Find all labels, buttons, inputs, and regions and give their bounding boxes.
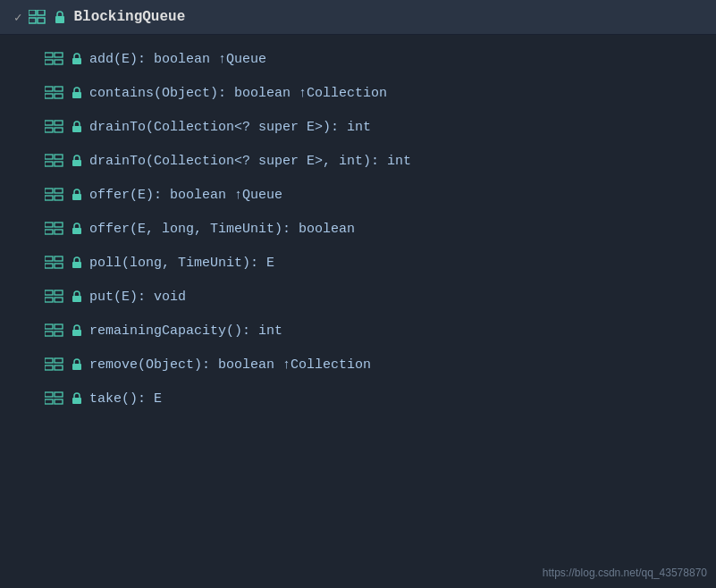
svg-rect-57 [45, 399, 53, 404]
svg-rect-22 [45, 162, 53, 166]
lock-icon-7 [72, 290, 82, 303]
method-text-9: remove(Object): boolean ↑Collection [89, 357, 371, 373]
svg-rect-16 [55, 121, 63, 125]
method-icon-9 [45, 357, 64, 372]
svg-rect-24 [72, 160, 81, 166]
method-item-0[interactable]: add(E): boolean ↑Queue [0, 42, 716, 76]
svg-rect-29 [72, 194, 81, 200]
method-item-5[interactable]: offer(E, long, TimeUnit): boolean [0, 212, 716, 246]
svg-rect-5 [45, 53, 53, 57]
svg-rect-31 [55, 223, 63, 227]
svg-rect-45 [45, 324, 53, 329]
svg-rect-52 [45, 365, 53, 370]
method-icon-6 [45, 256, 64, 270]
method-item-10[interactable]: take(): E [0, 382, 716, 416]
method-text-0: add(E): boolean ↑Queue [89, 52, 266, 67]
svg-rect-9 [72, 58, 81, 64]
method-item-8[interactable]: remainingCapacity(): int [0, 314, 716, 348]
method-text-4: offer(E): boolean ↑Queue [89, 188, 282, 203]
svg-rect-30 [45, 223, 53, 227]
svg-rect-48 [55, 332, 63, 336]
method-list: add(E): boolean ↑Queue contains(Object):… [0, 35, 716, 423]
method-item-4[interactable]: offer(E): boolean ↑Queue [0, 178, 716, 212]
svg-rect-2 [29, 18, 36, 23]
header: ✓ BlockingQueue [0, 0, 716, 35]
svg-rect-41 [55, 290, 63, 295]
chevron-icon: ✓ [14, 10, 21, 25]
app-container: ✓ BlockingQueue [0, 0, 716, 588]
class-icon [29, 10, 46, 24]
header-title: BlockingQueue [73, 9, 185, 25]
lock-icon-6 [72, 256, 82, 269]
svg-rect-3 [38, 18, 45, 23]
svg-rect-35 [45, 256, 53, 261]
svg-rect-6 [55, 53, 63, 57]
svg-rect-50 [45, 358, 53, 363]
lock-icon-8 [72, 324, 82, 337]
lock-icon-10 [72, 392, 82, 405]
svg-rect-8 [55, 60, 63, 64]
svg-rect-1 [38, 10, 45, 15]
lock-icon-9 [72, 358, 82, 371]
svg-rect-7 [45, 60, 53, 64]
method-icon-7 [45, 290, 64, 304]
svg-rect-59 [72, 398, 81, 404]
svg-rect-36 [55, 256, 63, 261]
svg-rect-27 [45, 196, 53, 200]
method-item-3[interactable]: drainTo(Collection<? super E>, int): int [0, 144, 716, 178]
method-icon-1 [45, 86, 64, 100]
svg-rect-53 [55, 365, 63, 370]
method-text-7: put(E): void [89, 290, 186, 305]
method-item-2[interactable]: drainTo(Collection<? super E>): int [0, 110, 716, 144]
method-item-9[interactable]: remove(Object): boolean ↑Collection [0, 348, 716, 382]
svg-rect-26 [55, 189, 63, 193]
method-text-1: contains(Object): boolean ↑Collection [89, 86, 387, 101]
lock-icon-5 [72, 223, 82, 235]
svg-rect-51 [55, 358, 63, 363]
svg-rect-44 [72, 296, 81, 302]
watermark: https://blog.csdn.net/qq_43578870 [543, 567, 707, 579]
method-icon-5 [45, 222, 64, 236]
svg-rect-47 [45, 332, 53, 336]
method-text-5: offer(E, long, TimeUnit): boolean [89, 222, 355, 237]
svg-rect-56 [55, 392, 63, 397]
method-icon-2 [45, 120, 64, 134]
svg-rect-32 [45, 230, 53, 234]
svg-rect-38 [55, 264, 63, 268]
svg-rect-11 [55, 87, 63, 91]
svg-rect-33 [55, 230, 63, 234]
svg-rect-0 [29, 10, 36, 15]
lock-icon-1 [72, 87, 82, 99]
svg-rect-34 [72, 228, 81, 234]
svg-rect-17 [45, 128, 53, 132]
svg-rect-25 [45, 189, 53, 193]
method-item-1[interactable]: contains(Object): boolean ↑Collection [0, 76, 716, 110]
method-icon-8 [45, 323, 64, 338]
svg-rect-58 [55, 399, 63, 404]
method-item-7[interactable]: put(E): void [0, 280, 716, 314]
svg-rect-46 [55, 324, 63, 329]
svg-rect-49 [72, 330, 81, 336]
method-icon-4 [45, 188, 64, 202]
method-text-10: take(): E [89, 391, 162, 407]
method-text-6: poll(long, TimeUnit): E [89, 256, 274, 271]
svg-rect-42 [45, 298, 53, 302]
lock-icon-3 [72, 155, 82, 167]
svg-rect-43 [55, 298, 63, 302]
lock-icon-0 [72, 53, 82, 65]
svg-rect-40 [45, 290, 53, 295]
svg-rect-15 [45, 121, 53, 125]
method-icon-0 [45, 52, 64, 66]
method-text-8: remainingCapacity(): int [89, 323, 282, 339]
svg-rect-10 [45, 87, 53, 91]
svg-rect-54 [72, 364, 81, 370]
svg-rect-23 [55, 162, 63, 166]
svg-rect-12 [45, 94, 53, 98]
svg-rect-55 [45, 392, 53, 397]
method-item-6[interactable]: poll(long, TimeUnit): E [0, 246, 716, 280]
svg-rect-20 [45, 155, 53, 159]
lock-icon-4 [72, 189, 82, 201]
lock-icon-2 [72, 121, 82, 133]
svg-rect-21 [55, 155, 63, 159]
svg-rect-28 [55, 196, 63, 200]
